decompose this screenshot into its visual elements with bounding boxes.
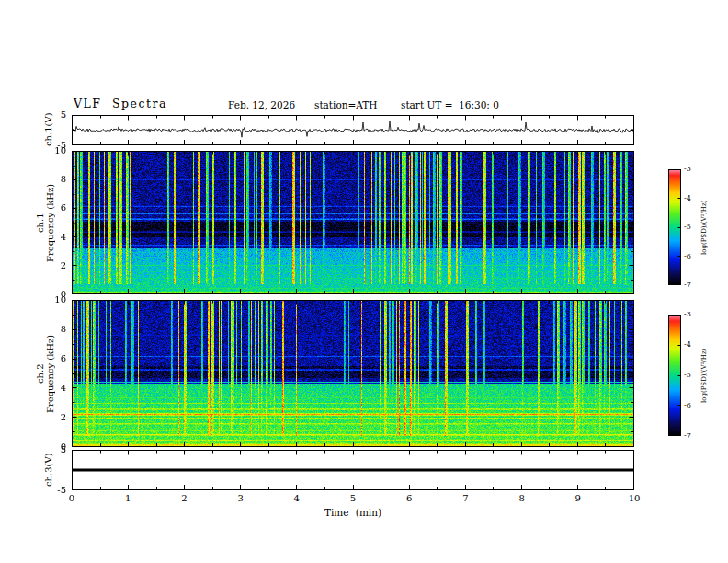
colorbar-tick-label: -7 <box>684 431 700 440</box>
colorbar-ch1-canvas <box>668 169 681 285</box>
x-tick-label: 0 <box>61 493 83 503</box>
colorbar-tick-label: -5 <box>684 371 700 379</box>
station-label: station=ATH <box>314 99 378 110</box>
colorbar-tick-label: -3 <box>684 165 700 173</box>
y-tick-label: 5 <box>42 444 66 454</box>
y-tick-label: 2 <box>42 260 66 270</box>
y-tick-label: 5 <box>42 109 66 120</box>
y-tick-label: 4 <box>42 232 66 242</box>
colorbar-tick-label: -7 <box>684 281 700 289</box>
colorbar-tick-label: -5 <box>684 223 700 231</box>
x-tick-label: 3 <box>230 493 252 503</box>
x-tick-label: 10 <box>623 493 645 503</box>
ch1-frequency-axis-label: ch.1 Frequency (kHz) <box>35 151 55 294</box>
x-tick-label: 2 <box>173 493 195 503</box>
x-tick-label: 5 <box>342 493 364 503</box>
y-tick-label: 2 <box>42 412 66 422</box>
x-tick-label: 4 <box>286 493 308 503</box>
x-tick-label: 1 <box>117 493 139 503</box>
colorbar-tick-label: -6 <box>684 252 700 260</box>
x-tick-label: 8 <box>511 493 533 503</box>
colorbar-tick-label: -6 <box>684 401 700 409</box>
colorbar-ch2-canvas <box>668 315 681 436</box>
y-tick-label: 4 <box>42 383 66 393</box>
y-tick-label: 10 <box>42 294 66 304</box>
x-tick-label: 7 <box>454 493 476 503</box>
ch1-spectrogram-canvas <box>72 151 634 294</box>
y-tick-label: 6 <box>42 202 66 213</box>
ch3-waveform-canvas <box>72 450 634 490</box>
ch2-spectrogram-canvas <box>72 300 634 447</box>
colorbar-tick-label: -3 <box>684 310 700 318</box>
x-tick-label: 9 <box>567 493 589 503</box>
vlf-spectra-figure: VLF Spectra Feb. 12, 2026 station=ATH st… <box>0 0 728 563</box>
x-tick-label: 6 <box>398 493 420 503</box>
ch1-waveform-canvas <box>72 115 634 145</box>
colorbar-ch1-label: log(PSD)/(V²/Hz) <box>700 169 708 285</box>
y-tick-label: 8 <box>42 174 66 184</box>
start-ut-label: start UT = 16:30: 0 <box>401 99 499 110</box>
y-tick-label: 10 <box>42 145 66 155</box>
ch2-frequency-axis-label: ch.2 Frequency (kHz) <box>35 300 55 447</box>
figure-title: VLF Spectra <box>74 97 167 110</box>
x-axis-label: Time (min) <box>72 507 634 518</box>
y-tick-label: 6 <box>42 353 66 363</box>
colorbar-tick-label: -4 <box>684 194 700 202</box>
colorbar-tick-label: -4 <box>684 340 700 349</box>
y-tick-label: 8 <box>42 324 66 334</box>
colorbar-ch2-label: log(PSD)/(V²/Hz) <box>700 315 708 436</box>
date-label: Feb. 12, 2026 <box>228 99 295 110</box>
